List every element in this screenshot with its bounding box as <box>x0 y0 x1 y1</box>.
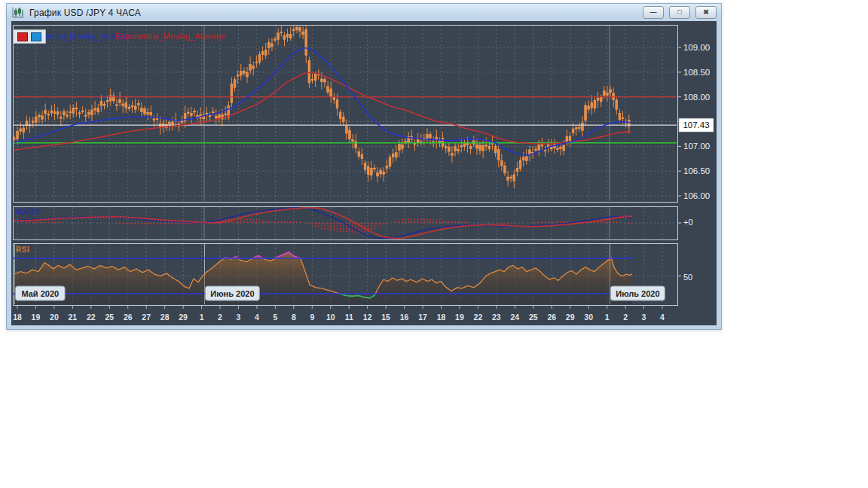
svg-text:12: 12 <box>363 313 372 322</box>
restore-icon: □ <box>677 9 681 16</box>
candlestick-chart-icon <box>11 7 25 19</box>
svg-text:30: 30 <box>584 313 593 322</box>
close-icon: ✖ <box>703 9 709 16</box>
svg-text:3: 3 <box>642 313 646 322</box>
svg-text:108.50: 108.50 <box>683 68 710 77</box>
svg-text:4: 4 <box>255 313 259 322</box>
macd-label: MACD <box>16 208 40 216</box>
svg-text:2: 2 <box>623 313 628 322</box>
svg-text:25: 25 <box>529 313 538 322</box>
svg-text:24: 24 <box>510 313 519 322</box>
svg-text:Июль 2020: Июль 2020 <box>616 289 659 298</box>
svg-text:16: 16 <box>400 313 409 322</box>
legend-box[interactable] <box>13 29 46 44</box>
svg-text:29: 29 <box>179 313 188 322</box>
current-price-box: 107.43 <box>679 118 714 132</box>
candlestick-series <box>14 21 631 188</box>
svg-text:23: 23 <box>492 313 501 322</box>
chart-window: График USD /JPY 4 ЧАСА — □ ✖ 109.00108.5… <box>6 3 722 330</box>
svg-text:Май 2020: Май 2020 <box>21 289 59 298</box>
svg-text:3: 3 <box>237 313 241 322</box>
month-box: Июнь 2020 <box>206 286 260 300</box>
svg-text:10: 10 <box>326 313 335 322</box>
gridlines <box>14 26 677 304</box>
svg-text:26: 26 <box>547 313 556 322</box>
chart-client-area: 109.00108.50108.00107.00106.50106.00107.… <box>11 21 717 325</box>
legend-blue-swatch <box>31 32 41 41</box>
macd-zero-label: +0 <box>683 218 693 227</box>
svg-text:22: 22 <box>474 313 483 322</box>
rsi-label: RSI <box>16 246 29 254</box>
svg-text:28: 28 <box>160 313 170 322</box>
svg-text:27: 27 <box>142 313 151 322</box>
svg-text:107.43: 107.43 <box>683 120 709 130</box>
window-title: График USD /JPY 4 ЧАСА <box>29 8 141 18</box>
svg-text:25: 25 <box>105 313 114 322</box>
svg-text:11: 11 <box>345 313 353 322</box>
svg-text:18: 18 <box>13 313 22 322</box>
close-button[interactable]: ✖ <box>695 6 717 19</box>
svg-text:18: 18 <box>437 313 446 322</box>
panel-borders <box>14 26 678 306</box>
rsi-midline-label: 50 <box>683 273 692 282</box>
svg-text:26: 26 <box>124 313 133 322</box>
time-axis-ticks <box>17 306 662 309</box>
restore-button[interactable]: □ <box>669 6 690 19</box>
svg-text:22: 22 <box>87 313 96 322</box>
svg-text:17: 17 <box>418 313 427 322</box>
svg-text:109.00: 109.00 <box>683 43 710 52</box>
time-axis-labels: 1819202122252627282912345891011121516171… <box>13 313 665 322</box>
chart-canvas[interactable]: 109.00108.50108.00107.00106.50106.00107.… <box>11 21 717 325</box>
svg-text:19: 19 <box>455 313 464 322</box>
svg-text:1: 1 <box>605 313 610 322</box>
legend-ema-slow-label: Exponential_Moving_Average <box>115 32 225 41</box>
svg-text:Июнь 2020: Июнь 2020 <box>210 289 254 298</box>
svg-text:106.00: 106.00 <box>683 191 710 200</box>
month-box: Май 2020 <box>16 286 66 300</box>
svg-text:21: 21 <box>69 313 78 322</box>
svg-text:108.00: 108.00 <box>683 93 710 102</box>
svg-text:9: 9 <box>310 313 314 322</box>
ema-slow-line <box>14 72 631 150</box>
minimize-button[interactable]: — <box>643 6 664 19</box>
window-titlebar[interactable]: График USD /JPY 4 ЧАСА — □ ✖ <box>7 4 721 21</box>
svg-text:19: 19 <box>32 313 41 322</box>
minimize-icon: — <box>650 9 657 16</box>
rsi-fill <box>14 252 632 304</box>
month-box: Июль 2020 <box>611 286 665 300</box>
svg-text:5: 5 <box>273 313 277 322</box>
svg-text:29: 29 <box>566 313 575 322</box>
svg-text:107.00: 107.00 <box>683 142 710 151</box>
svg-text:8: 8 <box>292 313 296 322</box>
svg-text:106.50: 106.50 <box>683 166 710 175</box>
window-controls: — □ ✖ <box>643 6 717 19</box>
level-lines <box>14 97 677 143</box>
legend-red-swatch <box>17 32 28 41</box>
svg-text:20: 20 <box>50 313 59 322</box>
svg-text:4: 4 <box>660 313 665 322</box>
svg-text:15: 15 <box>381 313 390 322</box>
svg-text:2: 2 <box>218 313 222 322</box>
svg-text:1: 1 <box>200 313 204 322</box>
